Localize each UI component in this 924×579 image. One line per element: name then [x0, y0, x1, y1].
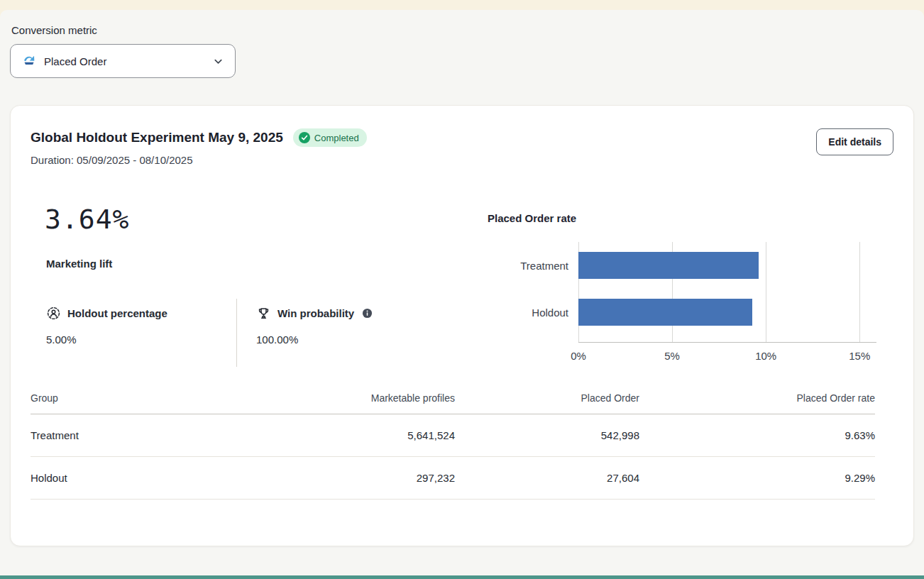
table-header-marketable-profiles: Marketable profiles: [265, 392, 455, 404]
experiment-title: Global Holdout Experiment May 9, 2025: [31, 130, 283, 145]
chart-category-treatment: Treatment: [488, 242, 578, 289]
marketing-lift-label: Marketing lift: [46, 258, 112, 270]
placed-order-metric-icon: [22, 53, 36, 70]
x-tick-label: 15%: [849, 350, 870, 362]
chart-plot-area: [578, 242, 876, 343]
table-header-row: Group Marketable profiles Placed Order P…: [31, 392, 875, 414]
marketing-lift-value: 3.64%: [45, 204, 129, 235]
completed-check-icon: [299, 132, 310, 143]
chart-plot: 0%5%10%15%: [578, 242, 876, 365]
holdout-percentage-label: Holdout percentage: [67, 307, 167, 319]
experiment-card: Global Holdout Experiment May 9, 2025 Co…: [10, 105, 914, 546]
x-tick-label: 5%: [664, 350, 680, 362]
window-bottom-accent: [0, 575, 924, 579]
status-badge: Completed: [293, 128, 367, 147]
table-header-placed-order-rate: Placed Order rate: [639, 392, 875, 404]
win-probability-label: Win probability: [277, 307, 354, 319]
conversion-metric-selected-value: Placed Order: [44, 55, 106, 67]
chart-category-labels: Treatment Holdout: [488, 242, 578, 365]
win-probability-info-icon[interactable]: [362, 308, 373, 319]
table-cell-placed-order: 542,998: [455, 429, 639, 441]
edit-details-button[interactable]: Edit details: [816, 128, 893, 155]
x-tick-label: 10%: [755, 350, 776, 362]
table-cell-group: Treatment: [31, 429, 265, 441]
table-cell-marketable-profiles: 297,232: [265, 472, 455, 484]
trophy-icon: [256, 306, 271, 321]
conversion-metric-dropdown[interactable]: Placed Order: [10, 44, 236, 78]
status-badge-label: Completed: [314, 133, 359, 143]
table-row: Holdout 297,232 27,604 9.29%: [31, 457, 875, 500]
table-header-placed-order: Placed Order: [455, 392, 639, 404]
gridline: [859, 242, 860, 342]
table-cell-group: Holdout: [31, 472, 265, 484]
holdout-percentage-stat: Holdout percentage 5.00%: [46, 306, 167, 346]
gridline: [766, 242, 766, 342]
table-cell-placed-order: 27,604: [455, 472, 639, 484]
table-cell-placed-order-rate: 9.29%: [639, 472, 875, 484]
chart-x-axis: 0%5%10%15%: [578, 350, 876, 365]
win-probability-stat: Win probability 100.00%: [256, 306, 373, 346]
chevron-down-icon: [213, 56, 224, 67]
chart-category-holdout: Holdout: [488, 289, 578, 336]
holdout-audience-icon: [46, 306, 61, 321]
table-header-group: Group: [31, 392, 265, 404]
table-cell-placed-order-rate: 9.63%: [639, 429, 875, 441]
x-tick-label: 0%: [571, 350, 586, 362]
experiment-title-block: Global Holdout Experiment May 9, 2025 Co…: [31, 128, 367, 166]
conversion-metric-label: Conversion metric: [11, 24, 97, 36]
stats-divider: [236, 299, 237, 367]
win-probability-value: 100.00%: [256, 333, 373, 346]
bar-treatment: [578, 252, 759, 279]
experiment-results-page: Conversion metric Placed Order Global Ho…: [0, 10, 924, 575]
experiment-duration: Duration: 05/09/2025 - 08/10/2025: [31, 154, 367, 166]
bar-holdout: [578, 299, 752, 326]
experiment-card-header: Global Holdout Experiment May 9, 2025 Co…: [31, 128, 893, 166]
placed-order-rate-chart: Treatment Holdout 0%5%10%15%: [488, 242, 876, 365]
table-row: Treatment 5,641,524 542,998 9.63%: [31, 414, 875, 457]
chart-title: Placed Order rate: [488, 212, 576, 224]
results-table: Group Marketable profiles Placed Order P…: [31, 392, 875, 500]
table-cell-marketable-profiles: 5,641,524: [265, 429, 455, 441]
holdout-percentage-value: 5.00%: [46, 333, 167, 346]
